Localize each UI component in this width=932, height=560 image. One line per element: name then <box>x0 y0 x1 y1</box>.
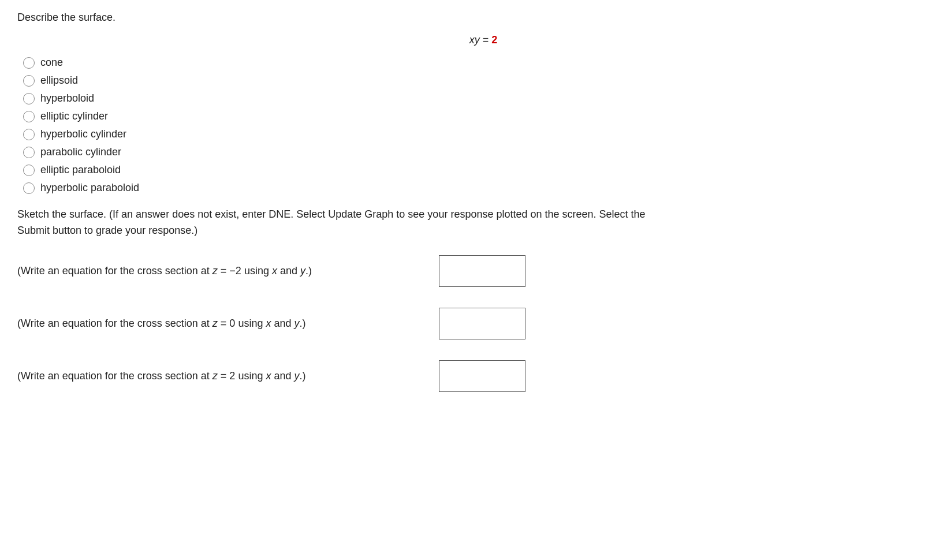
label-cone: cone <box>40 57 63 69</box>
cs-neg2-using: using <box>241 265 272 277</box>
cs-pos2-value: 2 <box>229 370 235 382</box>
cross-section-z-neg2-row: (Write an equation for the cross section… <box>17 255 915 287</box>
cs-pos2-using: using <box>235 370 266 382</box>
radio-ellipsoid[interactable] <box>23 75 35 87</box>
cross-section-z-zero-input[interactable] <box>439 308 525 339</box>
equation-equals: = <box>483 34 492 46</box>
cs-pos2-z-var: z <box>213 370 218 382</box>
radio-parabolic-cylinder[interactable] <box>23 147 35 158</box>
label-hyperboloid: hyperboloid <box>40 92 94 104</box>
radio-elliptic-paraboloid[interactable] <box>23 165 35 176</box>
option-elliptic-paraboloid[interactable]: elliptic paraboloid <box>23 164 915 176</box>
option-hyperboloid[interactable]: hyperboloid <box>23 92 915 104</box>
cs-zero-value: 0 <box>229 318 235 329</box>
equation-right: 2 <box>491 34 497 46</box>
option-parabolic-cylinder[interactable]: parabolic cylinder <box>23 146 915 158</box>
cs-pos2-and: and <box>271 370 294 382</box>
label-elliptic-paraboloid: elliptic paraboloid <box>40 164 121 176</box>
sketch-instructions: Sketch the surface. (If an answer does n… <box>17 207 653 239</box>
option-elliptic-cylinder[interactable]: elliptic cylinder <box>23 110 915 122</box>
cs-zero-period: .) <box>299 318 305 329</box>
radio-hyperboloid[interactable] <box>23 93 35 104</box>
label-elliptic-cylinder: elliptic cylinder <box>40 110 108 122</box>
cross-section-z-pos2-row: (Write an equation for the cross section… <box>17 360 915 392</box>
option-hyperbolic-paraboloid[interactable]: hyperbolic paraboloid <box>23 182 915 194</box>
cross-section-z-neg2-input[interactable] <box>439 255 525 287</box>
equation: xy = 2 <box>52 34 915 46</box>
cross-section-z-pos2-input[interactable] <box>439 360 525 392</box>
cs-neg2-period: .) <box>305 265 312 277</box>
cs-neg2-y-var: y <box>300 265 305 277</box>
cs-zero-equals: = <box>218 318 230 329</box>
cross-section-z-neg2-label: (Write an equation for the cross section… <box>17 265 422 277</box>
option-cone[interactable]: cone <box>23 57 915 69</box>
label-ellipsoid: ellipsoid <box>40 74 78 87</box>
label-hyperbolic-paraboloid: hyperbolic paraboloid <box>40 182 139 194</box>
label-parabolic-cylinder: parabolic cylinder <box>40 146 121 158</box>
cs-neg2-equals: = <box>218 265 230 277</box>
cross-section-z-pos2-label: (Write an equation for the cross section… <box>17 370 422 382</box>
radio-elliptic-cylinder[interactable] <box>23 111 35 122</box>
cross-section-z-zero-row: (Write an equation for the cross section… <box>17 308 915 339</box>
label-hyperbolic-cylinder: hyperbolic cylinder <box>40 128 126 140</box>
cs-neg2-x-var: x <box>272 265 277 277</box>
equation-left: xy <box>469 34 480 46</box>
cs-pos2-equals: = <box>218 370 230 382</box>
cs-neg2-value: −2 <box>229 265 241 277</box>
cs-neg2-and: and <box>277 265 300 277</box>
question-title: Describe the surface. <box>17 12 915 24</box>
radio-hyperbolic-paraboloid[interactable] <box>23 182 35 194</box>
radio-cone[interactable] <box>23 57 35 69</box>
cs-zero-using: using <box>235 318 266 329</box>
cs-zero-prefix: (Write an equation for the cross section… <box>17 318 213 329</box>
cs-zero-z-var: z <box>213 318 218 329</box>
cs-zero-and: and <box>271 318 294 329</box>
cs-neg2-prefix: (Write an equation for the cross section… <box>17 265 213 277</box>
cs-pos2-period: .) <box>299 370 305 382</box>
cross-section-z-zero-label: (Write an equation for the cross section… <box>17 318 422 330</box>
cs-neg2-z-var: z <box>213 265 218 277</box>
radio-hyperbolic-cylinder[interactable] <box>23 129 35 140</box>
option-hyperbolic-cylinder[interactable]: hyperbolic cylinder <box>23 128 915 140</box>
cs-pos2-prefix: (Write an equation for the cross section… <box>17 370 213 382</box>
option-ellipsoid[interactable]: ellipsoid <box>23 74 915 87</box>
radio-options-group: cone ellipsoid hyperboloid elliptic cyli… <box>23 57 915 194</box>
